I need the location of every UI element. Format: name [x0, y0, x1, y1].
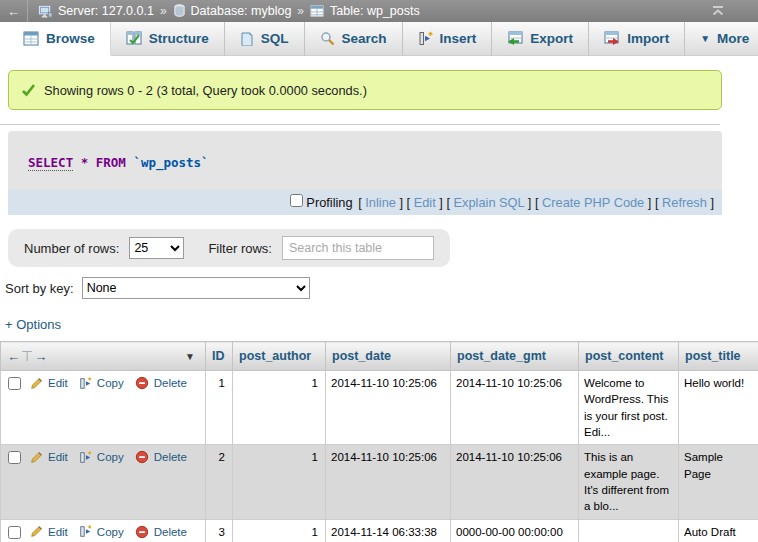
collapse-icon[interactable]: [710, 5, 726, 17]
success-check-icon: [21, 83, 36, 97]
copy-row-link[interactable]: Copy: [97, 524, 124, 540]
inline-link[interactable]: Inline: [365, 195, 396, 210]
table-row: Edit Copy Delete 2 1 2014-11-10 10:25:06…: [1, 445, 758, 519]
success-message: Showing rows 0 - 2 (3 total, Query took …: [8, 70, 722, 110]
bracket: [: [446, 195, 450, 210]
edit-row-link[interactable]: Edit: [48, 375, 68, 391]
breadcrumb-separator: »: [297, 4, 304, 18]
table-row: Edit Copy Delete 3 1 2014-11-14 06:33:38…: [1, 519, 758, 542]
left-arrow-icon: ←: [7, 349, 20, 364]
sql-icon: [240, 31, 254, 46]
edit-query-link[interactable]: Edit: [414, 195, 436, 210]
cell-id: 2: [206, 445, 233, 519]
cell-post-date: 2014-11-14 06:33:38: [326, 519, 451, 542]
cell-post-title: Auto Draft: [679, 519, 758, 542]
delete-row-link[interactable]: Delete: [154, 375, 187, 391]
breadcrumb-table[interactable]: Table: wp_posts: [310, 4, 420, 18]
import-icon: [604, 31, 620, 46]
cell-post-author: 1: [233, 519, 326, 542]
cell-post-content: This is an example page. It's different …: [579, 445, 679, 519]
table-row: Edit Copy Delete 1 1 2014-11-10 10:25:06…: [1, 371, 758, 445]
profiling-checkbox[interactable]: [290, 194, 303, 207]
filter-rows-label: Filter rows:: [208, 241, 272, 256]
delete-row-link[interactable]: Delete: [154, 524, 187, 540]
tab-insert[interactable]: Insert: [403, 22, 493, 56]
right-arrow-icon: →: [34, 349, 47, 364]
tab-sql-label: SQL: [261, 31, 289, 46]
row-checkbox[interactable]: [8, 526, 21, 539]
edit-row-link[interactable]: Edit: [48, 449, 68, 465]
cell-post-title: Sample Page: [679, 445, 758, 519]
breadcrumb-server-label: Server: 127.0.0.1: [58, 4, 154, 18]
copy-icon: [79, 451, 92, 464]
bracket: ]: [528, 195, 532, 210]
pencil-icon: [30, 377, 43, 390]
row-checkbox[interactable]: [8, 451, 21, 464]
bracket: [: [655, 195, 659, 210]
row-checkbox[interactable]: [8, 377, 21, 390]
copy-icon: [79, 525, 92, 538]
explain-sql-link[interactable]: Explain SQL: [454, 195, 525, 210]
options-toggle-link[interactable]: + Options: [5, 317, 61, 332]
browse-toolbar: Number of rows: 25 Filter rows:: [8, 229, 450, 267]
header-dropdown-icon[interactable]: ▼: [185, 351, 199, 362]
bracket: [: [535, 195, 539, 210]
tab-more[interactable]: ▼ More: [685, 22, 758, 56]
browse-icon: [23, 31, 39, 46]
delete-icon: [135, 525, 149, 539]
breadcrumb-database[interactable]: Database: myblog: [173, 4, 292, 18]
create-php-code-link[interactable]: Create PHP Code: [542, 195, 644, 210]
table-icon: [310, 5, 325, 18]
sql-star: *: [81, 155, 89, 170]
tab-bar: Browse Structure SQL Search Insert Expor…: [0, 22, 758, 56]
sort-by-key-label: Sort by key:: [5, 281, 74, 296]
number-of-rows-label: Number of rows:: [24, 241, 119, 256]
tab-sql[interactable]: SQL: [225, 22, 305, 56]
column-header-post-title[interactable]: post_title: [679, 342, 758, 371]
tab-export-label: Export: [530, 31, 573, 46]
cell-post-date: 2014-11-10 10:25:06: [326, 371, 451, 445]
structure-icon: [126, 31, 142, 46]
bracket: [: [358, 195, 362, 210]
tab-search[interactable]: Search: [305, 22, 403, 56]
tab-export[interactable]: Export: [492, 22, 589, 56]
tab-search-label: Search: [342, 31, 387, 46]
delete-row-link[interactable]: Delete: [154, 449, 187, 465]
column-header-id[interactable]: ID: [206, 342, 233, 371]
column-header-post-date-gmt[interactable]: post_date_gmt: [451, 342, 579, 371]
back-arrow-icon[interactable]: ←: [0, 0, 28, 22]
sql-keyword-from: FROM: [96, 155, 126, 170]
tab-import[interactable]: Import: [589, 22, 685, 56]
cell-post-date-gmt: 0000-00-00 00:00:00: [451, 519, 579, 542]
database-icon: [173, 4, 186, 18]
tab-structure[interactable]: Structure: [111, 22, 225, 56]
cell-post-author: 1: [233, 445, 326, 519]
edit-row-link[interactable]: Edit: [48, 524, 68, 540]
sql-keyword-select[interactable]: SELECT: [28, 155, 73, 171]
tab-structure-label: Structure: [149, 31, 209, 46]
refresh-link[interactable]: Refresh: [662, 195, 707, 210]
success-message-text: Showing rows 0 - 2 (3 total, Query took …: [44, 83, 367, 98]
breadcrumb-table-label: Table: wp_posts: [330, 4, 420, 18]
header-row: ←⊤→ ▼ ID post_author post_date post_date…: [1, 342, 758, 371]
tab-import-label: Import: [627, 31, 669, 46]
breadcrumb-server[interactable]: Server: 127.0.0.1: [38, 4, 154, 19]
sort-bar: Sort by key: None: [5, 277, 758, 299]
column-visibility-control[interactable]: ←⊤→: [7, 348, 47, 364]
sort-by-key-select[interactable]: None: [82, 277, 310, 299]
breadcrumb-separator: »: [160, 4, 167, 18]
cell-post-date: 2014-11-10 10:25:06: [326, 445, 451, 519]
tab-browse[interactable]: Browse: [8, 22, 111, 56]
sql-table-identifier: `wp_posts`: [133, 155, 208, 170]
export-icon: [507, 31, 523, 46]
sql-query-text: SELECT * FROM `wp_posts`: [8, 131, 722, 190]
column-header-post-content[interactable]: post_content: [579, 342, 679, 371]
copy-row-link[interactable]: Copy: [97, 375, 124, 391]
sql-actions-bar: Profiling [ Inline ] [ Edit ] [ Explain …: [8, 190, 722, 215]
copy-row-link[interactable]: Copy: [97, 449, 124, 465]
results-table: ←⊤→ ▼ ID post_author post_date post_date…: [0, 341, 758, 542]
column-header-post-author[interactable]: post_author: [233, 342, 326, 371]
filter-rows-input[interactable]: [282, 236, 434, 260]
column-header-post-date[interactable]: post_date: [326, 342, 451, 371]
number-of-rows-select[interactable]: 25: [129, 237, 184, 259]
